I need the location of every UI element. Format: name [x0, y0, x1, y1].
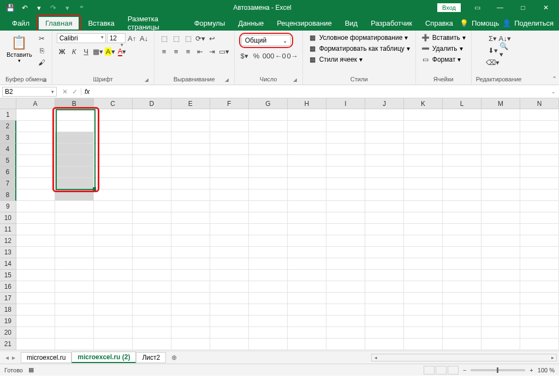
cell[interactable] — [404, 293, 443, 304]
cell[interactable] — [404, 178, 443, 189]
cell[interactable] — [326, 338, 365, 350]
cell[interactable] — [210, 201, 249, 212]
format-cells-button[interactable]: ▭Формат▾ — [420, 55, 462, 64]
cell[interactable] — [481, 293, 520, 304]
column-header[interactable]: M — [481, 98, 520, 109]
tab-developer[interactable]: Разработчик — [364, 17, 419, 29]
cancel-formula-button[interactable]: ✕ — [62, 88, 68, 96]
cell[interactable] — [481, 270, 520, 281]
cell[interactable] — [520, 316, 559, 327]
cell[interactable] — [326, 316, 365, 327]
cell[interactable] — [249, 338, 288, 350]
cell[interactable] — [16, 270, 55, 281]
cell[interactable] — [520, 201, 559, 212]
cell[interactable] — [288, 212, 326, 224]
cell[interactable] — [443, 316, 481, 327]
cell[interactable] — [404, 167, 443, 178]
cell[interactable] — [326, 327, 365, 338]
cell[interactable] — [520, 132, 559, 144]
cell[interactable] — [55, 144, 94, 155]
dialog-launcher-icon[interactable]: ◢ — [225, 77, 229, 82]
sheet-tab[interactable]: microexcel.ru — [21, 352, 72, 363]
cell[interactable] — [94, 167, 133, 178]
cell[interactable] — [249, 258, 288, 270]
cell[interactable] — [443, 235, 481, 247]
cell[interactable] — [404, 121, 443, 132]
cell[interactable] — [288, 167, 326, 178]
cell[interactable] — [520, 327, 559, 338]
cell[interactable] — [288, 121, 326, 132]
maximize-button[interactable]: □ — [512, 0, 534, 15]
cell[interactable] — [210, 327, 249, 338]
cell[interactable] — [16, 316, 55, 327]
row-header[interactable]: 1 — [0, 109, 16, 121]
autosum-button[interactable]: Σ▾ — [487, 33, 498, 44]
column-header[interactable]: K — [404, 98, 443, 109]
cell[interactable] — [55, 167, 94, 178]
cell[interactable] — [443, 293, 481, 304]
cell[interactable] — [326, 247, 365, 258]
cell[interactable] — [16, 258, 55, 270]
cell[interactable] — [210, 338, 249, 350]
cell[interactable] — [520, 281, 559, 293]
cell[interactable] — [481, 189, 520, 201]
cell[interactable] — [365, 258, 404, 270]
cell[interactable] — [171, 178, 210, 189]
cell-styles-button[interactable]: ▦Стили ячеек▾ — [307, 55, 364, 64]
cell[interactable] — [133, 178, 171, 189]
cell[interactable] — [520, 304, 559, 316]
cell[interactable] — [94, 144, 133, 155]
dialog-launcher-icon[interactable]: ◢ — [293, 77, 297, 82]
cell[interactable] — [171, 293, 210, 304]
align-center-button[interactable]: ≡ — [171, 46, 182, 57]
cell[interactable] — [404, 201, 443, 212]
cell[interactable] — [210, 258, 249, 270]
cell[interactable] — [520, 212, 559, 224]
cell[interactable] — [365, 144, 404, 155]
cell[interactable] — [210, 178, 249, 189]
cell[interactable] — [249, 132, 288, 144]
cell[interactable] — [133, 121, 171, 132]
cell[interactable] — [171, 247, 210, 258]
cell[interactable] — [326, 132, 365, 144]
cell[interactable] — [55, 258, 94, 270]
sheet-tab[interactable]: Лист2 — [136, 352, 166, 363]
font-color-button[interactable]: A▾ — [117, 46, 128, 57]
close-button[interactable]: ✕ — [535, 0, 557, 15]
tab-review[interactable]: Рецензирование — [270, 17, 338, 29]
row-header[interactable]: 18 — [0, 304, 16, 316]
cell[interactable] — [16, 144, 55, 155]
tab-formulas[interactable]: Формулы — [188, 17, 232, 29]
cell[interactable] — [171, 121, 210, 132]
cell[interactable] — [365, 293, 404, 304]
cell[interactable] — [171, 304, 210, 316]
cell[interactable] — [288, 247, 326, 258]
cell[interactable] — [288, 235, 326, 247]
column-header[interactable]: B — [55, 98, 94, 109]
row-header[interactable]: 2 — [0, 121, 16, 132]
cell[interactable] — [443, 189, 481, 201]
cell[interactable] — [94, 235, 133, 247]
tab-help[interactable]: Справка — [419, 17, 460, 29]
cut-button[interactable]: ✂ — [37, 33, 47, 44]
cell[interactable] — [249, 316, 288, 327]
cell[interactable] — [481, 167, 520, 178]
cell[interactable] — [326, 144, 365, 155]
cell[interactable] — [443, 132, 481, 144]
cell[interactable] — [326, 224, 365, 235]
cell[interactable] — [520, 338, 559, 350]
cell[interactable] — [326, 121, 365, 132]
cell[interactable] — [55, 212, 94, 224]
cell[interactable] — [171, 338, 210, 350]
row-header[interactable]: 9 — [0, 201, 16, 212]
cell[interactable] — [16, 327, 55, 338]
cell[interactable] — [249, 281, 288, 293]
cell[interactable] — [94, 178, 133, 189]
cell[interactable] — [210, 293, 249, 304]
cell[interactable] — [94, 327, 133, 338]
cell[interactable] — [133, 247, 171, 258]
row-header[interactable]: 20 — [0, 327, 16, 338]
font-size-select[interactable]: 12 — [107, 33, 126, 43]
cell[interactable] — [365, 304, 404, 316]
cell[interactable] — [94, 155, 133, 167]
